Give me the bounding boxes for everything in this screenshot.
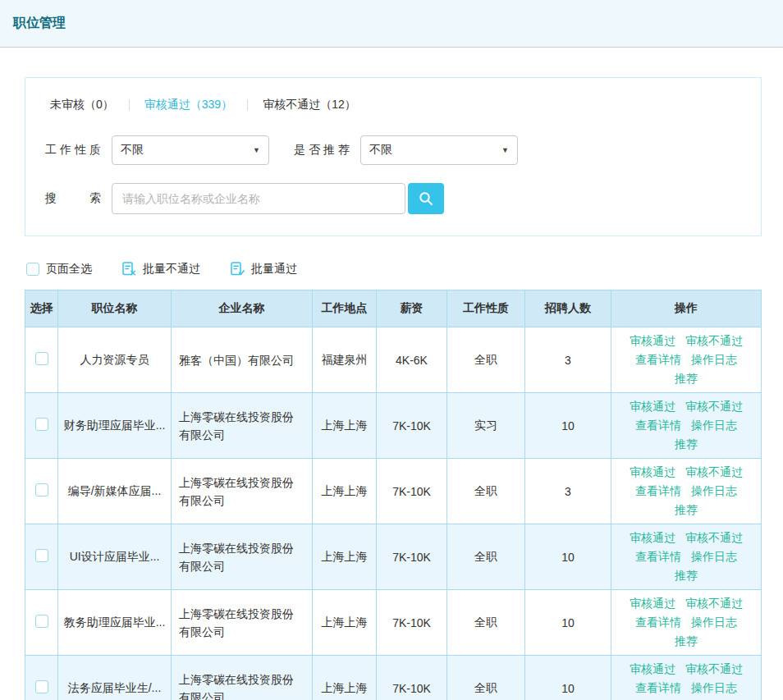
row-checkbox[interactable] bbox=[35, 418, 48, 431]
chevron-down-icon: ▼ bbox=[501, 146, 509, 154]
table-row: 人力资源专员 雅客（中国）有限公司 福建泉州 4K-6K 全职 3 审核通过 审… bbox=[25, 327, 762, 393]
nature-cell: 全职 bbox=[447, 656, 525, 700]
search-icon bbox=[418, 190, 434, 207]
recommend-value: 不限 bbox=[369, 143, 392, 158]
approve-link[interactable]: 审核通过 bbox=[630, 397, 675, 416]
location-cell: 上海上海 bbox=[313, 524, 377, 590]
batch-approve-icon bbox=[230, 261, 245, 277]
row-checkbox[interactable] bbox=[35, 483, 48, 496]
reject-link[interactable]: 审核不通过 bbox=[685, 528, 743, 547]
position-cell: UI设计应届毕业... bbox=[58, 524, 172, 590]
batch-approve-button[interactable]: 批量通过 bbox=[230, 261, 297, 277]
recommend-link[interactable]: 推荐 bbox=[675, 435, 698, 454]
operation-log-link[interactable]: 操作日志 bbox=[691, 679, 737, 698]
tab-divider bbox=[247, 99, 248, 111]
company-cell: 上海零碳在线投资股份有限公司 bbox=[172, 656, 313, 700]
batch-reject-button[interactable]: 批量不通过 bbox=[121, 261, 200, 277]
header-salary: 薪资 bbox=[377, 291, 447, 327]
header-count: 招聘人数 bbox=[525, 291, 611, 327]
search-button[interactable] bbox=[408, 183, 444, 214]
operation-log-link[interactable]: 操作日志 bbox=[691, 482, 737, 501]
operation-log-link[interactable]: 操作日志 bbox=[691, 613, 737, 632]
company-cell: 上海零碳在线投资股份有限公司 bbox=[172, 459, 313, 524]
recommend-link[interactable]: 推荐 bbox=[675, 566, 698, 585]
batch-approve-label: 批量通过 bbox=[251, 262, 297, 277]
filter-panel: 未审核（0） 审核通过（339） 审核不通过（12） 工作性质 不限 ▼ 是否推… bbox=[25, 77, 762, 236]
batch-reject-icon bbox=[121, 261, 137, 277]
select-all-label: 页面全选 bbox=[46, 262, 92, 277]
header-company: 企业名称 bbox=[172, 291, 313, 327]
view-details-link[interactable]: 查看详情 bbox=[635, 416, 681, 435]
select-all-checkbox[interactable] bbox=[26, 263, 39, 276]
reject-link[interactable]: 审核不通过 bbox=[685, 463, 743, 482]
approve-link[interactable]: 审核通过 bbox=[630, 463, 675, 482]
view-details-link[interactable]: 查看详情 bbox=[635, 613, 681, 632]
row-actions: 审核通过 审核不通过 查看详情 操作日志 推荐 bbox=[611, 528, 761, 585]
location-cell: 上海上海 bbox=[313, 459, 377, 524]
row-checkbox[interactable] bbox=[35, 680, 48, 693]
count-cell: 10 bbox=[525, 524, 611, 590]
location-cell: 上海上海 bbox=[313, 656, 377, 700]
row-actions: 审核通过 审核不通过 查看详情 操作日志 推荐 bbox=[611, 594, 761, 651]
recommend-link[interactable]: 推荐 bbox=[675, 501, 698, 519]
table-row: 财务助理应届毕业... 上海零碳在线投资股份有限公司 上海上海 7K-10K 实… bbox=[25, 393, 762, 459]
nature-cell: 全职 bbox=[447, 524, 525, 590]
reject-link[interactable]: 审核不通过 bbox=[685, 594, 743, 613]
company-cell: 雅客（中国）有限公司 bbox=[172, 327, 313, 393]
search-input[interactable] bbox=[112, 183, 405, 214]
tab-rejected[interactable]: 审核不通过（12） bbox=[263, 98, 356, 112]
approve-link[interactable]: 审核通过 bbox=[630, 332, 675, 350]
batch-reject-label: 批量不通过 bbox=[143, 262, 200, 277]
position-cell: 编导/新媒体应届... bbox=[58, 459, 172, 524]
count-cell: 10 bbox=[525, 656, 611, 700]
approve-link[interactable]: 审核通过 bbox=[630, 660, 675, 679]
table-row: 法务应届毕业生/... 上海零碳在线投资股份有限公司 上海上海 7K-10K 全… bbox=[25, 656, 762, 700]
count-cell: 3 bbox=[525, 327, 611, 393]
company-cell: 上海零碳在线投资股份有限公司 bbox=[172, 524, 313, 590]
recommend-link[interactable]: 推荐 bbox=[675, 632, 698, 651]
view-details-link[interactable]: 查看详情 bbox=[635, 547, 681, 566]
work-nature-label: 工作性质 bbox=[45, 143, 101, 158]
nature-cell: 全职 bbox=[447, 590, 525, 656]
operation-log-link[interactable]: 操作日志 bbox=[691, 416, 737, 435]
tab-divider bbox=[129, 99, 130, 111]
operation-log-link[interactable]: 操作日志 bbox=[691, 547, 737, 566]
salary-cell: 7K-10K bbox=[377, 393, 447, 459]
count-cell: 3 bbox=[525, 459, 611, 524]
position-cell: 教务助理应届毕业... bbox=[58, 590, 172, 656]
reject-link[interactable]: 审核不通过 bbox=[685, 332, 743, 350]
row-checkbox[interactable] bbox=[35, 352, 48, 365]
reject-link[interactable]: 审核不通过 bbox=[685, 397, 743, 416]
recommend-link[interactable]: 推荐 bbox=[675, 369, 698, 388]
recommend-select[interactable]: 不限 ▼ bbox=[360, 135, 518, 165]
view-details-link[interactable]: 查看详情 bbox=[635, 350, 681, 369]
salary-cell: 7K-10K bbox=[377, 524, 447, 590]
filter-row-search: 搜索 bbox=[45, 183, 741, 214]
select-all-control[interactable]: 页面全选 bbox=[26, 262, 92, 277]
location-cell: 上海上海 bbox=[313, 590, 377, 656]
row-checkbox[interactable] bbox=[35, 549, 48, 562]
location-cell: 福建泉州 bbox=[313, 327, 377, 393]
reject-link[interactable]: 审核不通过 bbox=[685, 660, 743, 679]
header-select: 选择 bbox=[25, 291, 58, 327]
row-checkbox[interactable] bbox=[35, 615, 48, 628]
header-nature: 工作性质 bbox=[447, 291, 525, 327]
salary-cell: 7K-10K bbox=[377, 459, 447, 524]
view-details-link[interactable]: 查看详情 bbox=[635, 679, 681, 698]
table-header-row: 选择 职位名称 企业名称 工作地点 薪资 工作性质 招聘人数 操作 bbox=[25, 291, 762, 327]
approve-link[interactable]: 审核通过 bbox=[630, 528, 675, 547]
table-row: 编导/新媒体应届... 上海零碳在线投资股份有限公司 上海上海 7K-10K 全… bbox=[25, 459, 762, 524]
position-cell: 法务应届毕业生/... bbox=[58, 656, 172, 700]
row-actions: 审核通过 审核不通过 查看详情 操作日志 推荐 bbox=[611, 397, 761, 454]
salary-cell: 7K-10K bbox=[377, 656, 447, 700]
company-cell: 上海零碳在线投资股份有限公司 bbox=[172, 590, 313, 656]
tab-unreviewed[interactable]: 未审核（0） bbox=[50, 98, 114, 112]
bulk-actions-bar: 页面全选 批量不通过 批量通过 bbox=[26, 261, 762, 277]
row-actions: 审核通过 审核不通过 查看详情 操作日志 推荐 bbox=[611, 332, 761, 388]
filter-row-selects: 工作性质 不限 ▼ 是否推荐 不限 ▼ bbox=[45, 135, 741, 165]
operation-log-link[interactable]: 操作日志 bbox=[691, 350, 737, 369]
work-nature-select[interactable]: 不限 ▼ bbox=[112, 135, 269, 165]
approve-link[interactable]: 审核通过 bbox=[630, 594, 675, 613]
view-details-link[interactable]: 查看详情 bbox=[635, 482, 681, 501]
tab-approved[interactable]: 审核通过（339） bbox=[144, 98, 232, 112]
